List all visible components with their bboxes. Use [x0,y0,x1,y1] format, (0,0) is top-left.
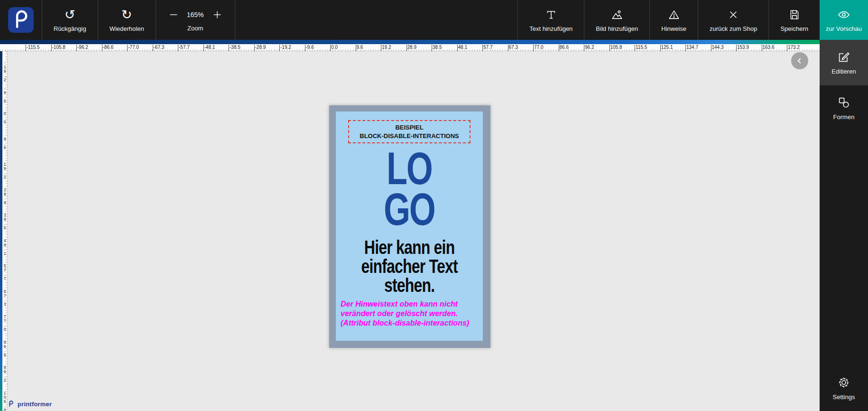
note-line2: verändert oder gelöscht werden. [341,309,469,318]
h-ruler-label: 48.1 [458,45,467,50]
h-ruler-label: -96.2 [77,45,88,50]
chevron-left-icon [794,56,805,66]
undo-icon: ↺ [65,8,75,21]
h-ruler-label: 86.6 [560,45,569,50]
v-ruler-label: 77.0 [2,314,7,331]
h-ruler-label: 105.8 [610,45,622,50]
add-text-button[interactable]: Text hinzufügen [518,0,584,40]
warning-icon [668,9,680,21]
back-to-shop-label: zurück zum Shop [710,25,757,32]
h-ruler-label: 125.1 [661,45,673,50]
placeholder-line2: BLOCK-DISABLE-INTERACTIONS [350,132,469,140]
add-image-button[interactable]: Bild hinzufügen [584,0,649,40]
sidebar-collapse-button[interactable] [791,52,808,69]
save-icon [788,9,801,21]
zoom-value: 165% [185,11,205,19]
printformer-logo-icon [8,7,34,33]
h-ruler-label: -105.8 [52,45,65,50]
sidebar-item-label: Settings [833,393,855,401]
printformer-mark-icon [7,400,15,408]
sidebar-item-formen[interactable]: Formen [820,85,868,131]
right-sidebar: Editieren Formen Settings [820,40,868,411]
ruler-gradient-bar [0,40,820,44]
horizontal-ruler: -115.5-105.8-96.2-86.6-77.0-67.3-57.7-48… [0,40,820,51]
close-icon [727,9,739,21]
preview-button[interactable]: zur Vorschau [820,0,868,40]
v-ruler-label: 67.3 [2,289,7,306]
h-ruler-label: -86.6 [103,45,114,50]
zoom-label: Zoom [187,25,203,32]
add-image-label: Bild hinzufügen [596,25,638,32]
h-ruler-label: 134.7 [686,45,698,50]
artboard[interactable]: BEISPIEL BLOCK-DISABLE-INTERACTIONS LO G… [329,105,490,348]
v-ruler-label: 96.2 [2,365,7,382]
v-ruler-label: -9.6 [2,86,7,103]
note-line3: (Attribut block-disable-interactions) [341,318,469,328]
zoom-out-button[interactable] [168,9,179,20]
headline-text-element[interactable]: Hier kann ein einfacher Text stehen. [361,238,457,295]
logo-text-element[interactable]: LO GO [384,148,435,230]
redo-label: Wiederholen [110,25,144,32]
printformer-logo [0,0,42,40]
h-ruler-label: -57.7 [179,45,190,50]
h-ruler-label: 0.0 [331,45,338,50]
v-ruler-label: 48.1 [2,238,7,255]
headline-line2: einfacher Text [361,257,457,276]
h-ruler-label: -38.5 [230,45,240,50]
hints-button[interactable]: Hinweise [650,0,698,40]
undo-label: Rückgängig [54,25,86,32]
logo-line1: LO [384,148,435,189]
v-ruler-label: -19.2 [2,60,7,82]
note-line1: Der Hinweistext oben kann nicht [341,299,469,309]
redo-icon: ↻ [121,8,132,21]
top-toolbar: ↺ Rückgängig ↻ Wiederholen 165% Zoom [0,0,868,40]
text-icon [545,9,557,21]
add-text-label: Text hinzufügen [529,25,573,32]
h-ruler-label: 67.3 [509,45,518,50]
h-ruler-label: -9.6 [306,45,314,50]
image-icon [611,9,623,21]
save-label: Speichern [780,25,808,32]
v-ruler-label: 57.7 [2,263,7,280]
hints-label: Hinweise [661,25,686,32]
footer-brand: printformer [7,400,52,408]
sidebar-item-label: Editieren [831,68,856,75]
h-ruler-label: 96.2 [585,45,594,50]
h-ruler-label: 28.9 [407,45,416,50]
v-ruler-label: 9.6 [2,137,7,149]
h-ruler-label: -48.1 [204,45,215,50]
placeholder-line1: BEISPIEL [350,123,469,132]
headline-line3: stehen. [361,276,457,295]
zoom-in-button[interactable] [212,9,222,20]
h-ruler-label: 115.5 [636,45,647,50]
gear-icon [837,376,850,389]
h-ruler-label: 38.5 [433,45,442,50]
headline-line1: Hier kann ein [361,238,457,257]
app-root: ↺ Rückgängig ↻ Wiederholen 165% Zoom [0,0,868,411]
back-to-shop-button[interactable]: zurück zum Shop [698,0,768,40]
eye-icon [837,8,850,21]
sidebar-item-settings[interactable]: Settings [820,365,868,411]
h-ruler-label: 9.6 [357,45,363,50]
sidebar-item-label: Formen [833,113,855,121]
h-ruler-label: -67.3 [154,45,165,50]
preview-label: zur Vorschau [826,25,862,32]
design-canvas[interactable]: BEISPIEL BLOCK-DISABLE-INTERACTIONS LO G… [8,51,820,411]
redo-button[interactable]: ↻ Wiederholen [98,0,156,40]
artboard-page[interactable]: BEISPIEL BLOCK-DISABLE-INTERACTIONS LO G… [336,112,483,341]
v-ruler-label: 38.5 [2,213,7,230]
v-ruler-label: 28.9 [2,187,7,205]
h-ruler-label: -77.0 [128,45,139,50]
h-ruler-label: -115.5 [27,45,40,50]
undo-button[interactable]: ↺ Rückgängig [42,0,98,40]
h-ruler-label: 173.2 [788,45,800,50]
sidebar-item-editieren[interactable]: Editieren [820,40,868,85]
toolbar-spacer [235,0,518,40]
logo-line2: GO [384,189,435,230]
h-ruler-label: 163.6 [763,45,775,50]
note-text-element[interactable]: Der Hinweistext oben kann nicht veränder… [341,299,469,328]
h-ruler-label: 153.9 [737,45,749,50]
save-button[interactable]: Speichern [769,0,820,40]
h-ruler-label: 77.0 [534,45,543,50]
h-ruler-label: -19.2 [280,45,291,50]
